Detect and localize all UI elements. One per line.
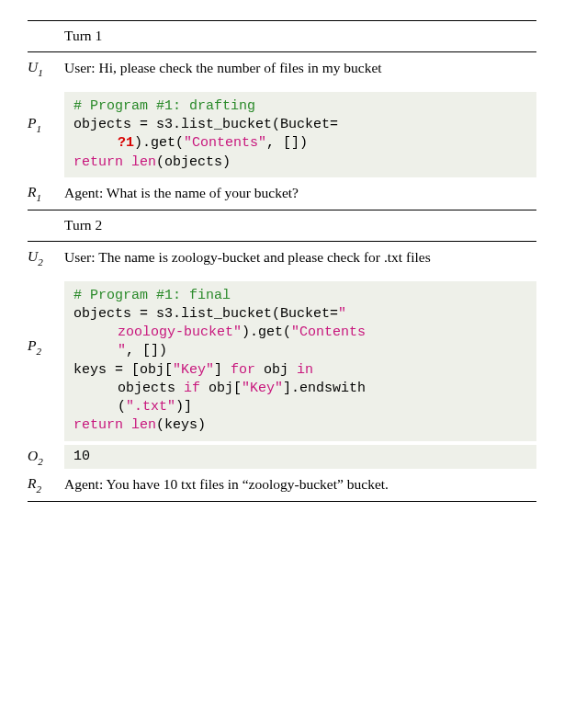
turn1-agent-row: R1 Agent: What is the name of your bucke… xyxy=(28,181,536,206)
label-P2: P2 xyxy=(28,281,64,358)
rule-after-turn1-header xyxy=(28,51,536,52)
label-P1: P1 xyxy=(28,92,64,135)
turn2-user-text: User: The name is zoology-bucket and ple… xyxy=(64,245,536,270)
turn2-agent-text: Agent: You have 10 txt files in “zoology… xyxy=(64,472,536,497)
label-U2: U2 xyxy=(28,245,64,268)
turn2-output: 10 xyxy=(64,445,536,469)
turn2-code-row: P2 # Program #1: final objects = s3.list… xyxy=(28,281,536,441)
turn1-header: Turn 1 xyxy=(64,23,536,50)
turn2-code: # Program #1: final objects = s3.list_bu… xyxy=(64,281,536,441)
code-comment: # Program #1: drafting xyxy=(73,98,255,114)
turn1-code-row: P1 # Program #1: drafting objects = s3.l… xyxy=(28,92,536,177)
turn2-output-row: O2 10 xyxy=(28,445,536,469)
turn2-agent-row: R2 Agent: You have 10 txt files in “zool… xyxy=(28,472,536,497)
label-O2: O2 xyxy=(28,445,64,468)
rule-after-turn2-header xyxy=(28,241,536,242)
label-U1: U1 xyxy=(28,56,64,79)
turn2-user-row: U2 User: The name is zoology-bucket and … xyxy=(28,245,536,270)
turn1-user-row: U1 User: Hi, please check the number of … xyxy=(28,56,536,81)
rule-top xyxy=(28,20,536,21)
rule-before-turn2 xyxy=(28,210,536,210)
placeholder-token: ?1 xyxy=(118,135,134,151)
turn1-code: # Program #1: drafting objects = s3.list… xyxy=(64,92,536,177)
turn1-user-text: User: Hi, please check the number of fil… xyxy=(64,56,536,81)
label-R1: R1 xyxy=(28,181,64,204)
rule-bottom xyxy=(28,501,536,502)
turn1-agent-text: Agent: What is the name of your bucket? xyxy=(64,181,536,206)
turn2-header: Turn 2 xyxy=(64,212,536,239)
code-comment: # Program #1: final xyxy=(73,288,231,303)
label-R2: R2 xyxy=(28,472,64,495)
